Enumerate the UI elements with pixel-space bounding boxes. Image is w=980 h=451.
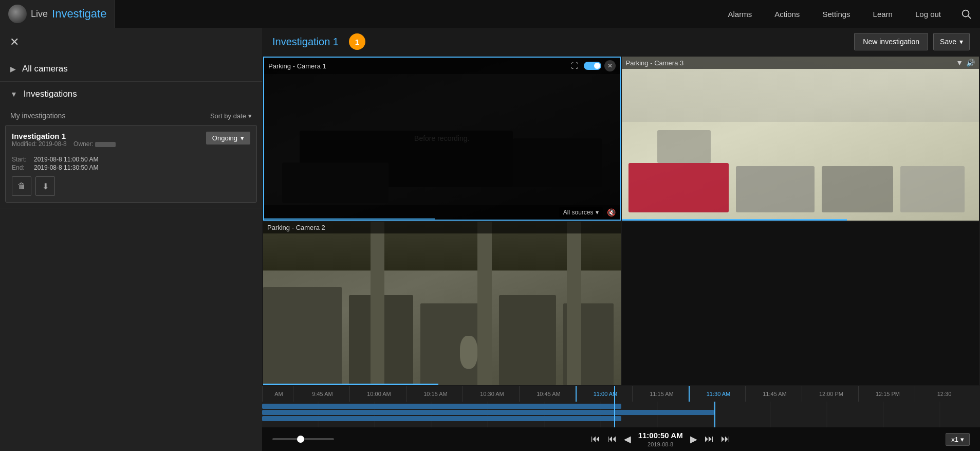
end-label: End: [12,164,30,171]
investigations-section: ▼ Investigations My investigations Sort … [0,82,262,208]
inv-header-actions: New investigation Save ▾ [854,33,970,50]
skip-to-end-button[interactable]: ⏭ [721,434,730,444]
camera-3-scene [622,57,979,221]
investigation-card: Investigation 1 Modified: 2019-08-8 Owne… [5,125,257,203]
inv-dates: Start: 2019-08-8 11:00:50 AM End: 2019-0… [12,156,250,171]
my-investigations-label: My investigations [10,112,65,120]
camera-1-bottom-bar: All sources ▾ 🔇 [264,205,620,220]
new-investigation-button[interactable]: New investigation [854,33,928,50]
progress-slider[interactable] [272,438,334,440]
owner-value [95,142,116,147]
save-chevron-icon: ▾ [959,38,963,46]
nav-logout[interactable]: Log out [904,0,952,28]
nav-actions[interactable]: Actions [763,0,811,28]
camera-3-volume-button[interactable]: 🔊 [966,59,975,67]
tracks-playhead-2 [714,402,715,427]
camera-1-fullscreen-button[interactable]: ⛶ [568,60,581,72]
camera-1-close-button[interactable]: ✕ [604,60,616,71]
svg-point-0 [963,10,969,17]
save-label: Save [940,38,956,46]
step-forward-button[interactable]: ⏭ [705,434,714,444]
content-area: Investigation 1 1 New investigation Save… [262,28,980,451]
start-label: Start: [12,156,30,163]
all-cameras-header[interactable]: ▶ All cameras [0,57,262,81]
tick-9: 11:45 AM [745,386,802,402]
sort-chevron-icon: ▾ [248,112,252,120]
sort-label: Sort by date [210,112,246,120]
investigation-header: Investigation 1 1 New investigation Save… [262,28,980,56]
camera-2-label: Parking - Camera 2 [263,222,621,233]
camera-cell-1[interactable]: Parking - Camera 1 ⛶ ✕ Before recording.… [263,57,621,221]
nav-learn[interactable]: Learn [862,0,904,28]
notification-badge: 1 [349,33,365,50]
skip-to-start-button[interactable]: ⏮ [591,434,600,444]
all-cameras-label: All cameras [22,64,68,74]
camera-1-controls: ⛶ ✕ [568,60,616,72]
logo-investigate-text: Investigate [52,7,106,21]
investigations-label: Investigations [24,89,77,99]
sort-button[interactable]: Sort by date ▾ [210,112,252,120]
timeline-playhead[interactable] [614,386,615,402]
play-button[interactable]: ▶ [690,434,697,445]
trash-icon: 🗑 [17,182,26,191]
modified-label: Modified: [12,140,37,148]
camera-cell-4 [622,222,979,386]
save-button[interactable]: Save ▾ [933,33,970,50]
timeline-area: AM 9:45 AM 10:00 AM 10:15 AM 10:30 AM 10… [262,386,980,427]
progress-thumb[interactable] [297,436,304,443]
speed-label: x1 [951,436,958,443]
timeline-ruler[interactable]: AM 9:45 AM 10:00 AM 10:15 AM 10:30 AM 10… [262,386,980,402]
camera-1-volume-button[interactable]: 🔇 [607,208,616,217]
logo-live-text: Live [31,9,48,20]
tick-11: 12:15 PM [858,386,915,402]
delete-investigation-button[interactable]: 🗑 [12,176,31,196]
camera-3-chevron-button[interactable]: ▼ [956,59,963,67]
sidebar-close-button[interactable]: ✕ [4,32,25,52]
logo: Live Investigate [0,0,115,28]
step-back-button[interactable]: ⏮ [607,434,617,444]
timeline-tracks[interactable] [262,402,980,427]
playback-time-date: 2019-08-8 [638,441,683,448]
tracks-playhead [614,402,615,427]
speed-chevron-icon: ▾ [960,436,964,443]
nav-alarms[interactable]: Alarms [717,0,764,28]
investigations-header[interactable]: ▼ Investigations [0,82,262,106]
owner-label: Owner: [73,140,94,148]
all-cameras-arrow: ▶ [10,65,16,73]
timeline-track-3 [262,416,621,421]
camera-cell-3[interactable]: Parking - Camera 3 ▼ 🔊 [622,57,979,221]
playback-bar: ⏮ ⏮ ◀ 11:00:50 AM 2019-08-8 ▶ ⏭ ⏭ x1 ▾ [262,427,980,451]
search-button[interactable] [952,0,980,28]
tick-8: 11:30 AM [689,386,745,402]
modified-date: 2019-08-8 [39,140,67,148]
investigations-arrow: ▼ [10,90,17,98]
inv-card-info: Investigation 1 Modified: 2019-08-8 Owne… [12,132,116,152]
start-date: 2019-08-8 11:00:50 AM [34,156,98,163]
camera-1-toggle[interactable] [584,62,601,70]
download-icon: ⬇ [42,182,49,191]
top-nav: Live Investigate Alarms Actions Settings… [0,0,980,28]
inv-status-label: Ongoing [212,134,237,142]
tick-5: 10:45 AM [519,386,576,402]
timeline-track-1 [262,404,621,409]
nav-settings[interactable]: Settings [811,0,861,28]
inv-status-select[interactable]: Ongoing ▾ [206,132,250,145]
camera-3-controls: ▼ 🔊 [956,59,975,67]
timeline-track-2 [262,410,714,415]
status-chevron-icon: ▾ [241,134,244,142]
camera-1-name: Parking - Camera 1 [268,62,326,70]
tick-0: AM [262,386,293,402]
inv-title-number: 1 [333,36,339,47]
download-investigation-button[interactable]: ⬇ [35,176,55,196]
camera-cell-2[interactable]: Parking - Camera 2 [263,222,621,386]
nav-separator [115,0,115,28]
main-layout: ✕ ▶ All cameras ▼ Investigations My inve… [0,28,980,451]
playback-right: x1 ▾ [946,433,970,446]
speed-button[interactable]: x1 ▾ [946,433,970,446]
investigations-list: My investigations Sort by date ▾ Investi… [0,106,262,208]
all-sources-button[interactable]: All sources ▾ [559,207,603,218]
tick-6: 11:00 AM [576,386,632,402]
rewind-button[interactable]: ◀ [624,434,631,445]
inv-start-row: Start: 2019-08-8 11:00:50 AM [12,156,250,163]
tick-12: 12:30 [915,386,971,402]
